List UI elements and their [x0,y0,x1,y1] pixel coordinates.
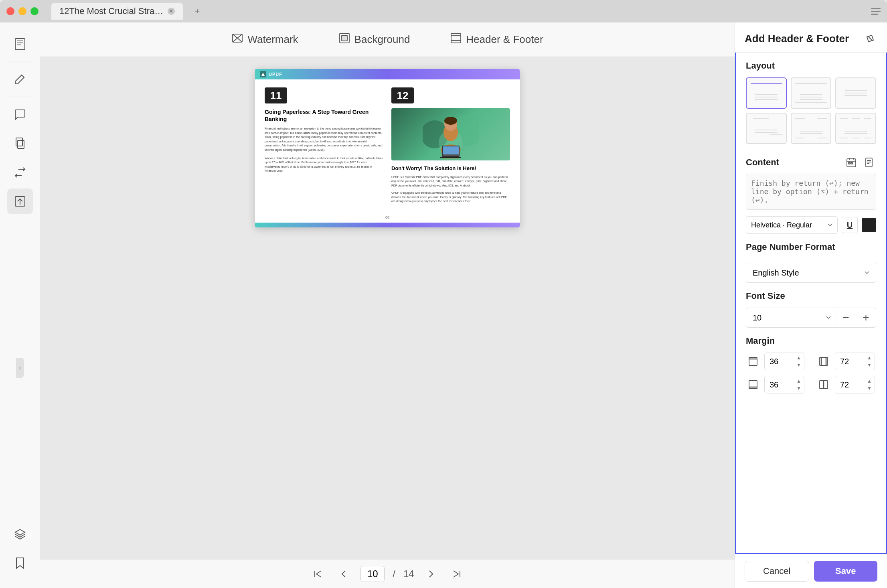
svg-rect-27 [443,146,459,154]
margin-top-decrease[interactable]: ▼ [795,361,803,369]
page-separator: / [393,568,395,580]
first-page-btn[interactable] [309,565,327,583]
margin-right-input-group: 72 ▲ ▼ [835,353,875,370]
font-select[interactable]: Helvetica · Regular [746,216,838,234]
pdf-chapter-12-body1: UPDF is a fantastic PDF editor that comp… [391,175,510,188]
titlebar: 12The Most Crucial Strate... × + [0,0,887,22]
content-icon-calendar[interactable] [844,155,859,170]
panel-footer: Cancel Save [735,554,887,588]
margin-right2-decrease[interactable]: ▼ [865,385,873,392]
margin-top-icon [746,354,760,369]
content-header: Content [746,155,876,170]
sidebar-icon-reader[interactable] [7,30,33,56]
cancel-button[interactable]: Cancel [745,561,809,582]
doc-viewer[interactable]: UPDF 11 Going Paperless: A Step Toward G… [40,57,735,559]
sidebar-icon-layers[interactable] [7,521,33,547]
content-input[interactable] [746,174,876,210]
close-traffic-light[interactable] [6,7,14,15]
svg-line-31 [869,37,872,40]
pdf-content: 11 Going Paperless: A Step Toward Green … [255,79,520,212]
sidebar-icon-bookmark[interactable] [7,550,33,576]
svg-rect-38 [866,158,872,167]
svg-rect-36 [849,162,850,164]
layout-option-3[interactable] [835,77,876,109]
underline-button[interactable]: U [842,217,858,233]
toolbar-background[interactable]: Background [330,29,418,50]
margin-bottom-icon [746,377,760,392]
svg-point-24 [444,117,457,125]
sidebar-divider-1 [8,61,32,61]
svg-marker-10 [15,529,25,535]
color-swatch[interactable] [862,218,876,232]
font-size-select[interactable]: 10 12 14 16 18 [746,308,836,328]
font-size-decrease-btn[interactable]: − [836,308,856,328]
panel-close-button[interactable] [863,31,877,46]
pdf-columns: 11 Going Paperless: A Step Toward Green … [265,87,510,204]
pdf-chapter-11-num: 11 [265,87,287,103]
prev-page-btn[interactable] [335,565,352,583]
page-number-format-select[interactable]: English Style Roman Numerals Arabic Nume… [746,263,876,283]
margin-right2-increase[interactable]: ▲ [865,377,873,385]
margin-right2-spinners: ▲ ▼ [865,377,873,392]
pdf-logo-icon [260,71,266,77]
sidebar-bottom [7,521,33,580]
margin-right-increase[interactable]: ▲ [865,354,873,361]
svg-rect-16 [451,33,461,43]
hamburger-menu[interactable] [871,8,881,15]
layout-option-2[interactable] [791,77,832,109]
fullscreen-traffic-light[interactable] [30,7,38,15]
layout-option-4[interactable] [746,113,787,144]
sidebar-collapse-arrow[interactable]: › [16,358,24,378]
toolbar-header-footer-label: Header & Footer [466,33,543,46]
save-button[interactable]: Save [814,561,878,582]
content-section: Content [746,155,876,234]
toolbar-watermark-label: Watermark [247,33,298,46]
sidebar-icon-comment[interactable] [7,102,33,128]
margin-bottom-increase[interactable]: ▲ [795,377,803,385]
new-tab-button[interactable]: + [191,5,204,18]
next-page-btn[interactable] [422,565,440,583]
margin-right-decrease[interactable]: ▼ [865,361,873,369]
traffic-lights [6,7,38,15]
page-nav: 10 / 14 [40,559,735,588]
margin-bottom-spinners: ▲ ▼ [795,377,803,392]
font-size-section: Font Size 10 12 14 16 18 − + [746,291,876,328]
margin-top-increase[interactable]: ▲ [795,354,803,361]
app-body: › [0,22,887,588]
font-size-label: Font Size [746,291,876,301]
margin-top-input-group: 36 ▲ ▼ [764,353,804,370]
layout-option-6[interactable] [835,113,876,144]
pdf-col-left: 11 Going Paperless: A Step Toward Green … [265,87,383,204]
sidebar-icon-edit[interactable] [7,66,33,92]
sidebar-icon-pages[interactable] [7,131,33,156]
content-icon-page[interactable] [862,155,876,170]
sidebar-icon-active[interactable] [7,189,33,214]
toolbar-watermark[interactable]: Watermark [223,29,306,50]
pdf-logo-container: UPDF [260,71,282,77]
font-row: Helvetica · Regular U [746,216,876,234]
sidebar-icon-convert[interactable] [7,160,33,185]
layout-grid [746,77,876,144]
total-pages: 14 [403,568,414,580]
font-size-row: 10 12 14 16 18 − + [746,308,876,328]
font-size-increase-btn[interactable]: + [856,308,876,328]
margin-bottom-decrease[interactable]: ▼ [795,385,803,392]
svg-rect-0 [15,39,25,50]
toolbar-background-label: Background [354,33,410,46]
last-page-btn[interactable] [448,565,466,583]
margin-top-row: 36 ▲ ▼ 72 [746,353,876,370]
minimize-traffic-light[interactable] [18,7,26,15]
pdf-chapter-11-title: Going Paperless: A Step Toward Green Ban… [265,108,383,123]
pdf-chapter-12-body2: UPDF is equipped with the most advanced … [391,191,510,204]
page-number-format-label: Page Number Format [746,242,876,252]
layout-option-5[interactable] [791,113,832,144]
toolbar-header-footer[interactable]: Header & Footer [442,29,551,50]
background-icon [338,32,350,47]
sidebar-arrow-container: › [16,358,24,378]
margin-top-spinners: ▲ ▼ [795,354,803,369]
browser-tab[interactable]: 12The Most Crucial Strate... × [51,3,183,20]
current-page-input[interactable]: 10 [360,566,385,582]
tab-close-button[interactable]: × [168,8,175,15]
layout-option-1[interactable] [746,77,787,109]
pdf-footer-bar [255,223,520,227]
